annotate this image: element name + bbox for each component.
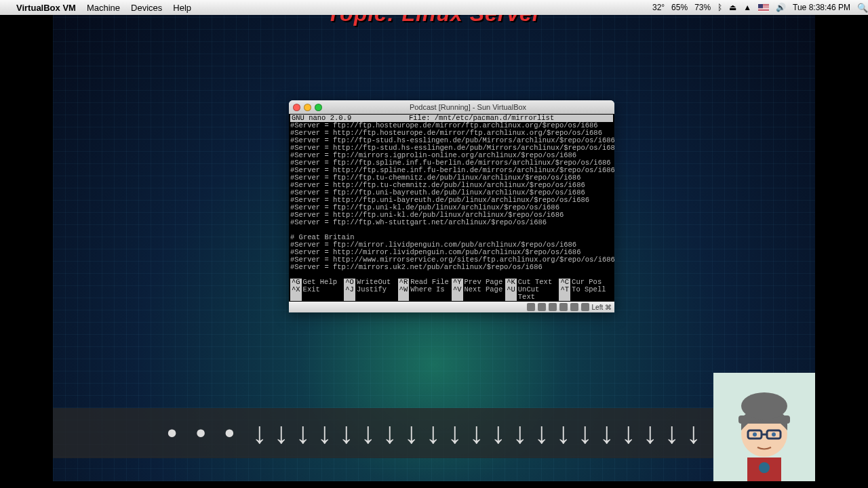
down-arrow-icon: ↓	[665, 416, 679, 450]
vbox-statusbar: Left ⌘	[289, 302, 614, 312]
menu-machine[interactable]: Machine	[87, 3, 120, 13]
down-arrow-icon: ↓	[469, 416, 484, 450]
spotlight-icon[interactable]: 🔍	[857, 3, 868, 13]
down-arrow-icon: ↓	[599, 416, 614, 450]
window-title: Podcast [Running] - Sun VirtualBox	[326, 103, 610, 111]
dots: • • •	[167, 417, 239, 449]
down-arrow-icon: ↓	[252, 416, 267, 450]
nano-footer: ^G Get Help^O WriteOut^R Read File^Y Pre…	[290, 279, 613, 301]
volume-icon[interactable]: 🔊	[776, 3, 786, 12]
nano-cmd: ^U UnCut Text	[505, 286, 559, 301]
shared-icon[interactable]	[570, 303, 578, 311]
virtualbox-window: Podcast [Running] - Sun VirtualBox GNU n…	[289, 100, 614, 312]
flag-icon[interactable]	[758, 4, 769, 12]
presenter-avatar	[713, 373, 815, 481]
percent-2: 73%	[694, 3, 711, 12]
down-arrow-icon: ↓	[274, 416, 289, 450]
down-arrow-icon: ↓	[339, 416, 354, 450]
down-arrow-icon: ↓	[491, 416, 506, 450]
percent-1: 65%	[671, 3, 688, 12]
temperature: 32°	[652, 3, 665, 12]
arrow-strip: • • • ↓↓↓↓↓↓↓↓↓↓↓↓↓↓↓↓↓↓↓↓↓	[53, 408, 815, 458]
down-arrow-icon: ↓	[404, 416, 419, 450]
mac-menubar: VirtualBox VM Machine Devices Help 32° 6…	[0, 0, 868, 15]
minimize-button[interactable]	[304, 104, 311, 111]
down-arrow-icon: ↓	[317, 416, 332, 450]
nano-cmd: ^X Exit	[290, 286, 344, 301]
down-arrow-icon: ↓	[578, 416, 593, 450]
down-arrow-icon: ↓	[621, 416, 636, 450]
close-button[interactable]	[293, 104, 300, 111]
down-arrow-icon: ↓	[426, 416, 441, 450]
airport-icon[interactable]: ▲	[743, 3, 751, 12]
nano-cmd: ^W Where Is	[398, 286, 452, 301]
eject-icon[interactable]: ⏏	[729, 3, 736, 12]
down-arrow-icon: ↓	[296, 416, 311, 450]
mouse-icon[interactable]	[581, 303, 589, 311]
net-icon[interactable]	[549, 303, 557, 311]
down-arrow-icon: ↓	[382, 416, 397, 450]
menu-devices[interactable]: Devices	[131, 3, 162, 13]
zoom-button[interactable]	[315, 104, 322, 111]
down-arrow-icon: ↓	[643, 416, 658, 450]
svg-point-8	[772, 432, 776, 436]
nano-cmd: ^J Justify	[344, 286, 397, 301]
nano-cmd: ^V Next Page	[452, 286, 505, 301]
usb-icon[interactable]	[559, 303, 568, 311]
svg-point-9	[759, 462, 770, 473]
terminal[interactable]: GNU nano 2.0.9 File: /mnt/etc/pacman.d/m…	[289, 114, 614, 302]
nano-cmd: ^T To Spell	[559, 286, 612, 301]
mirror-line: #Server = ftp://mirrors.uk2.net/pub/arch…	[290, 264, 613, 271]
down-arrow-icon: ↓	[534, 416, 549, 450]
menu-help[interactable]: Help	[173, 3, 191, 13]
menubar-status: 32° 65% 73% ᛒ ⏏ ▲ 🔊 Tue 8:38:46 PM 🔍	[652, 3, 868, 13]
window-titlebar[interactable]: Podcast [Running] - Sun VirtualBox	[289, 100, 614, 114]
down-arrow-icon: ↓	[686, 416, 701, 450]
down-arrow-icon: ↓	[361, 416, 376, 450]
svg-point-7	[753, 432, 757, 436]
clock[interactable]: Tue 8:38:46 PM	[793, 3, 850, 12]
hd-icon[interactable]	[527, 303, 535, 311]
down-arrow-icon: ↓	[556, 416, 571, 450]
app-name[interactable]: VirtualBox VM	[16, 3, 76, 13]
host-key: Left ⌘	[592, 304, 612, 311]
svg-point-3	[741, 392, 787, 420]
cd-icon[interactable]	[538, 303, 546, 311]
bluetooth-icon[interactable]: ᛒ	[717, 3, 722, 12]
down-arrow-icon: ↓	[513, 416, 528, 450]
mirror-line: #Server = ftp://ftp.wh-stuttgart.net/arc…	[290, 219, 613, 226]
down-arrow-icon: ↓	[448, 416, 462, 450]
